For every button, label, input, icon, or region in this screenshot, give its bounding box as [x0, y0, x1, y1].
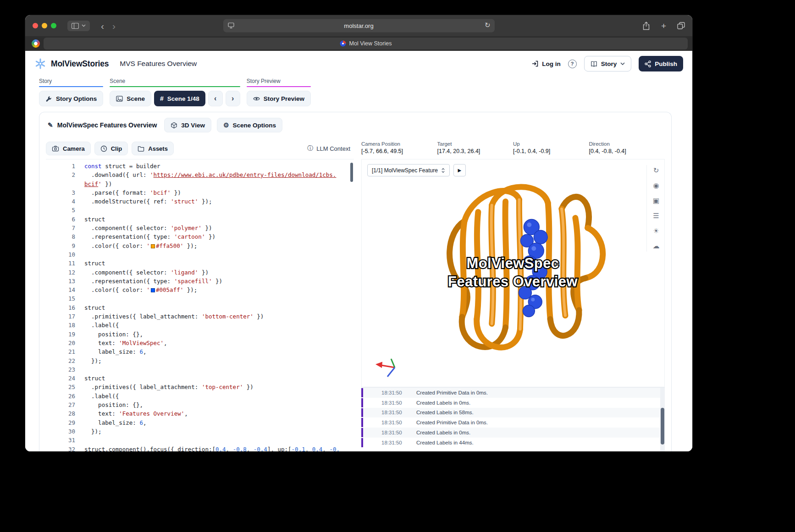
viewport-3d[interactable]: MolViewSpec Features Overview [1/1] MolV…: [361, 159, 665, 387]
code-line[interactable]: 17 .primitives({ label_attachment: 'bott…: [46, 312, 354, 321]
axes-gizmo[interactable]: [372, 354, 401, 380]
code-line[interactable]: 18 .label({: [46, 321, 354, 329]
code-line[interactable]: 1const struct = builder: [46, 162, 354, 170]
molecule-render[interactable]: MolViewSpec Features Overview: [362, 159, 664, 387]
code-line[interactable]: 4 .modelStructure({ ref: 'struct' });: [46, 197, 354, 206]
back-button[interactable]: ‹: [99, 21, 106, 31]
code-line[interactable]: 19 position: {},: [46, 330, 354, 339]
code-line[interactable]: 2 .download({ url: 'https://www.ebi.ac.u…: [46, 170, 354, 179]
line-number: 19: [46, 330, 75, 339]
controls-icon[interactable]: ☰: [651, 210, 662, 221]
publish-button[interactable]: Publish: [639, 56, 683, 71]
code-line[interactable]: 10: [46, 250, 354, 259]
address-bar[interactable]: molstar.org ↻: [223, 19, 495, 33]
story-preview-label: Story Preview: [264, 95, 304, 102]
login-button[interactable]: Log in: [531, 60, 561, 67]
code-line[interactable]: 20 text: 'MolViewSpec',: [46, 339, 354, 347]
code-line[interactable]: 27 position: {},: [46, 400, 354, 409]
story-options-button[interactable]: Story Options: [39, 91, 103, 106]
code-line[interactable]: 24struct: [46, 374, 354, 383]
color-swatch: [151, 244, 155, 248]
code-text: .modelStructure({ ref: 'struct' });: [84, 197, 212, 206]
log-timestamp: 18:31:50: [381, 390, 410, 395]
code-line[interactable]: 3 .parse({ format: 'bcif' }): [46, 188, 354, 197]
code-line[interactable]: 15: [46, 294, 354, 303]
code-line[interactable]: 32struct.component().focus({ direction:[…: [46, 445, 354, 452]
scene-counter-label: Scene 1/48: [167, 95, 199, 102]
code-text: .representation({ type: 'cartoon' }): [84, 232, 215, 241]
story-menu-button[interactable]: Story: [584, 56, 632, 71]
scene-counter-button[interactable]: # Scene 1/48: [154, 91, 205, 106]
zoom-window-button[interactable]: [51, 23, 56, 28]
code-line[interactable]: 22 });: [46, 356, 354, 365]
code-line[interactable]: 30 });: [46, 427, 354, 436]
code-line[interactable]: 21 label_size: 6,: [46, 347, 354, 356]
code-text: .representation({ type: 'spacefill' }): [84, 277, 222, 285]
code-line[interactable]: 31: [46, 436, 354, 444]
code-line[interactable]: 28 text: 'Features Overview',: [46, 409, 354, 418]
tab-3d-view[interactable]: 3D View: [164, 118, 211, 132]
assets-button-label: Assets: [148, 145, 168, 152]
eye-icon: [253, 95, 260, 102]
camera-info-value: [-0.1, 0.4, -0.9]: [513, 148, 589, 154]
code-editor[interactable]: 1const struct = builder2 .download({ url…: [46, 159, 354, 451]
line-number: 28: [46, 409, 75, 418]
page-title: MVS Features Overview: [120, 60, 197, 68]
code-line[interactable]: 26 .label({: [46, 392, 354, 400]
code-line[interactable]: 14 .color({ color: '#005aff' });: [46, 285, 354, 294]
reset-camera-icon[interactable]: ↻: [651, 165, 662, 176]
share-icon[interactable]: [642, 22, 650, 30]
code-line[interactable]: 12 .component({ selector: 'ligand' }): [46, 268, 354, 277]
fog-icon[interactable]: ☁: [651, 241, 662, 252]
brightness-icon[interactable]: ☀: [651, 225, 662, 236]
tab-overview-icon[interactable]: [677, 22, 685, 29]
close-window-button[interactable]: [33, 23, 38, 28]
screenshot-icon[interactable]: ▣: [651, 195, 662, 206]
camera-button[interactable]: Camera: [46, 142, 91, 155]
line-number: 4: [46, 197, 75, 206]
editor-toolbar: Camera Clip Assets ⓘ LLM Context: [46, 138, 354, 159]
sidebar-toggle-button[interactable]: [67, 21, 90, 31]
scene-button[interactable]: Scene: [110, 91, 151, 106]
code-line[interactable]: 23: [46, 365, 354, 374]
code-line[interactable]: 7 .component({ selector: 'polymer' }): [46, 224, 354, 232]
code-text: .download({ url: 'https://www.ebi.ac.uk/…: [84, 170, 336, 179]
page-settings-icon[interactable]: [228, 22, 234, 29]
tab-scene-options[interactable]: ⚙ Scene Options: [217, 118, 282, 132]
feature-selector[interactable]: [1/1] MolViewSpec Feature: [367, 164, 450, 176]
code-line[interactable]: 16struct: [46, 303, 354, 312]
scene-card: ✎ MolViewSpec Features Overview 3D View …: [39, 112, 672, 451]
active-tab[interactable]: Mol View Stories: [44, 38, 688, 49]
pinned-tab-icon[interactable]: [32, 39, 40, 48]
code-line[interactable]: 8 .representation({ type: 'cartoon' }): [46, 232, 354, 241]
minimize-window-button[interactable]: [42, 23, 47, 28]
code-line[interactable]: 5: [46, 206, 354, 214]
forward-button[interactable]: ›: [110, 21, 117, 31]
code-line[interactable]: bcif' }): [46, 180, 354, 188]
scene-button-label: Scene: [127, 95, 145, 102]
reload-icon[interactable]: ↻: [485, 21, 491, 29]
code-line[interactable]: 29 label_size: 6,: [46, 418, 354, 427]
new-tab-button[interactable]: +: [661, 22, 666, 30]
code-line[interactable]: 25 .primitives({ label_attachment: 'top-…: [46, 383, 354, 391]
code-line[interactable]: 13 .representation({ type: 'spacefill' }…: [46, 277, 354, 285]
previous-scene-button[interactable]: ‹: [208, 91, 223, 106]
log-message: Created Labels in 0ms.: [416, 400, 470, 406]
assets-button[interactable]: Assets: [132, 142, 174, 155]
code-line[interactable]: 11struct: [46, 259, 354, 268]
clip-button[interactable]: Clip: [94, 142, 128, 155]
editor-scrollbar[interactable]: [350, 163, 353, 182]
spin-icon[interactable]: ◉: [651, 180, 662, 191]
next-scene-button[interactable]: ›: [226, 91, 240, 106]
play-button[interactable]: ▶: [453, 164, 466, 176]
llm-context-button[interactable]: ⓘ LLM Context: [307, 144, 354, 153]
story-preview-button[interactable]: Story Preview: [247, 91, 311, 106]
code-line[interactable]: 6struct: [46, 215, 354, 224]
code-line[interactable]: 9 .color({ color: '#ffa500' });: [46, 241, 354, 250]
line-number: 32: [46, 445, 75, 452]
help-icon[interactable]: ?: [568, 60, 577, 68]
scene-title-button[interactable]: ✎ MolViewSpec Features Overview: [46, 121, 159, 129]
log-scrollbar-thumb[interactable]: [661, 408, 664, 444]
app-header: MolViewStories MVS Features Overview Log…: [25, 51, 692, 77]
log-message: Created Labels in 44ms.: [416, 440, 474, 445]
